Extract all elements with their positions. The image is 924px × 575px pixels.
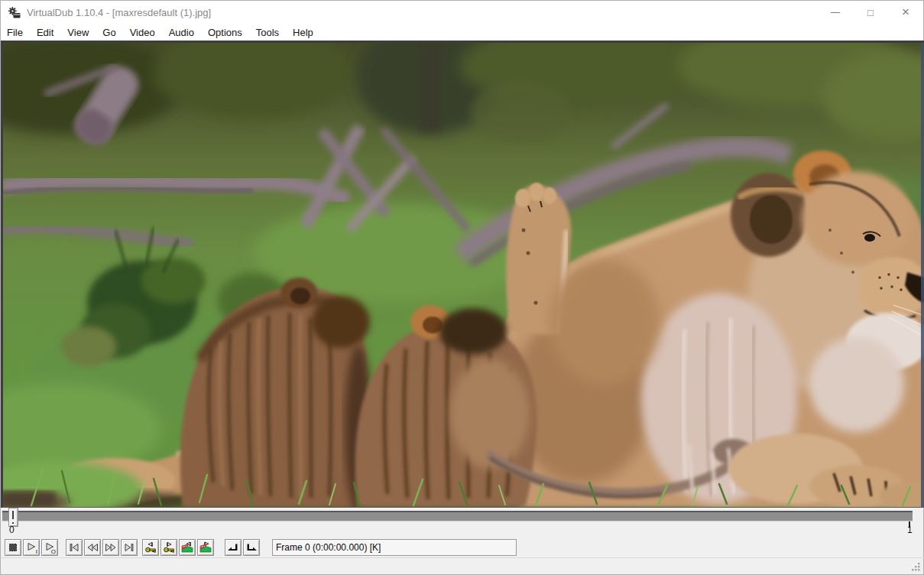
next-keyframe-button[interactable] [160, 539, 177, 556]
menu-options[interactable]: Options [201, 24, 249, 41]
go-to-end-icon [123, 541, 135, 554]
playback-toolbar: I O [1, 539, 517, 557]
step-backward-button[interactable] [84, 539, 101, 556]
play-output-subscript: O [51, 549, 56, 555]
menu-file[interactable]: File [1, 24, 30, 41]
window-controls: — □ × [818, 1, 923, 24]
step-forward-icon [105, 541, 117, 554]
frame-status-display: Frame 0 (0:00:00.000) [K] [272, 539, 517, 556]
go-to-start-icon [68, 541, 80, 554]
maximize-icon: □ [867, 7, 874, 18]
stop-button[interactable] [5, 539, 21, 556]
previous-keyframe-button[interactable] [142, 539, 159, 556]
menu-bar: File Edit View Go Video Audio Options To… [1, 24, 923, 41]
step-forward-button[interactable] [102, 539, 119, 556]
previous-scene-icon [181, 541, 193, 554]
play-output-button[interactable]: O [41, 539, 58, 556]
play-input-button[interactable]: I [23, 539, 40, 556]
go-to-end-button[interactable] [121, 539, 138, 556]
play-input-subscript: I [36, 549, 37, 555]
previous-keyframe-icon [144, 541, 157, 554]
resize-grip-icon[interactable] [911, 562, 921, 572]
position-start-label: 0 [9, 525, 15, 535]
close-button[interactable]: × [888, 1, 923, 24]
position-end-label: 1 [907, 525, 913, 535]
mark-in-button[interactable] [225, 539, 242, 556]
close-icon: × [902, 5, 909, 20]
menu-video[interactable]: Video [123, 24, 162, 41]
virtualdub-logo-icon [8, 6, 21, 19]
frame-right-edge [921, 43, 924, 507]
menu-tools[interactable]: Tools [249, 24, 286, 41]
menu-help[interactable]: Help [286, 24, 320, 41]
title-bar: VirtualDub 1.10.4 - [maxresdefault (1).j… [1, 1, 923, 24]
next-scene-button[interactable] [197, 539, 214, 556]
mark-in-icon [227, 541, 239, 554]
position-bar: 0 1 [1, 508, 924, 538]
next-scene-icon [199, 541, 212, 554]
next-keyframe-icon [163, 541, 175, 554]
menu-go[interactable]: Go [96, 24, 122, 41]
mark-out-button[interactable] [243, 539, 260, 556]
position-slider-track[interactable] [2, 511, 913, 521]
step-backward-icon [86, 541, 99, 554]
go-to-start-button[interactable] [66, 539, 83, 556]
menu-edit[interactable]: Edit [30, 24, 60, 41]
stop-icon [7, 541, 19, 554]
mark-out-icon [245, 541, 258, 554]
virtualdub-window: VirtualDub 1.10.4 - [maxresdefault (1).j… [0, 0, 924, 575]
previous-scene-button[interactable] [179, 539, 196, 556]
menu-view[interactable]: View [60, 24, 96, 41]
minimize-button[interactable]: — [818, 1, 853, 24]
menu-audio[interactable]: Audio [162, 24, 201, 41]
window-title: VirtualDub 1.10.4 - [maxresdefault (1).j… [27, 7, 211, 18]
maximize-button[interactable]: □ [853, 1, 888, 24]
minimize-icon: — [831, 7, 840, 18]
video-display-pane [1, 41, 924, 508]
lion-photo [3, 43, 924, 507]
statusbar-divider [1, 557, 924, 558]
